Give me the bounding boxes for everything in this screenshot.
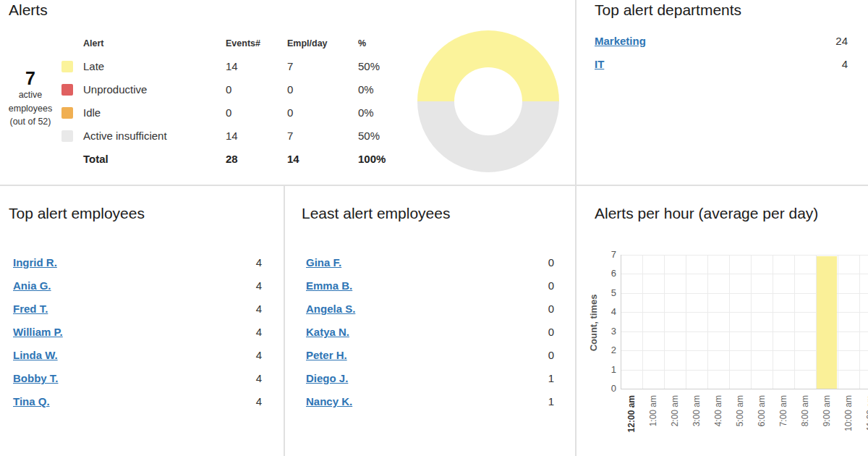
events-value: 0 <box>226 106 231 119</box>
unproductive-color-swatch <box>61 84 73 96</box>
alert-type-label: Unproductive <box>83 83 147 96</box>
column-header-events: Events# <box>226 38 260 48</box>
v-gridline <box>729 255 730 389</box>
employee-link[interactable]: Nancy K. <box>306 395 352 408</box>
least-employees-panel-title: Least alert employees <box>302 205 450 222</box>
y-axis-label: Count, times <box>588 295 599 352</box>
table-row-idle: Idle 0 0 0% <box>0 106 405 121</box>
employee-value: 4 <box>203 372 262 384</box>
empl-day-value: 7 <box>287 130 293 142</box>
employee-link[interactable]: Bobby T. <box>13 372 59 384</box>
x-tick-label: 2:00 am <box>669 395 681 426</box>
employee-link[interactable]: Peter H. <box>306 349 347 361</box>
department-value: 24 <box>781 35 848 47</box>
hour-chart-panel-title: Alerts per hour (average per day) <box>595 205 818 222</box>
employee-value: 1 <box>492 395 554 408</box>
y-tick-label: 1 <box>592 364 616 376</box>
employee-value: 0 <box>492 326 554 338</box>
empl-day-value: 7 <box>287 60 293 72</box>
x-tick-label: 4:00 am <box>712 395 724 426</box>
empl-day-value: 0 <box>287 83 293 96</box>
departments-panel-title: Top alert departments <box>595 1 741 19</box>
table-row-late: Late 14 7 50% <box>0 60 405 75</box>
x-axis-line <box>621 389 868 389</box>
total-label: Total <box>83 153 109 165</box>
x-tick-label: 12:00 am <box>626 395 637 432</box>
v-gridline <box>642 255 643 389</box>
bar-900am <box>817 256 837 389</box>
x-tick-label: 10:00 am <box>843 395 854 431</box>
v-gridline <box>664 255 665 389</box>
employee-value: 4 <box>203 279 262 292</box>
x-tick-label: 5:00 am <box>734 395 746 426</box>
percent-value: 50% <box>358 60 380 72</box>
total-events-value: 28 <box>226 153 238 165</box>
percent-value: 0% <box>358 106 374 119</box>
v-gridline <box>794 255 795 389</box>
employee-value: 4 <box>203 326 262 338</box>
employee-link[interactable]: Diego J. <box>306 372 348 384</box>
x-tick-label: 6:00 am <box>756 395 767 426</box>
employee-value: 0 <box>492 279 554 292</box>
department-value: 4 <box>781 58 848 70</box>
employee-value: 4 <box>203 395 262 408</box>
v-gridline <box>686 255 686 389</box>
employee-value: 4 <box>203 303 262 315</box>
employee-value: 4 <box>203 349 262 361</box>
h-gridline <box>621 255 868 256</box>
employee-value: 1 <box>492 372 554 384</box>
vertical-divider-right <box>575 0 576 456</box>
y-tick-label: 2 <box>592 345 616 356</box>
y-tick-label: 3 <box>592 326 616 337</box>
department-link-it[interactable]: IT <box>595 58 604 70</box>
x-tick-label: 9:00 am <box>821 395 833 426</box>
late-color-swatch <box>61 61 73 72</box>
employee-link[interactable]: Katya N. <box>306 326 349 338</box>
v-gridline <box>751 255 752 389</box>
alert-type-label: Idle <box>83 106 101 119</box>
percent-value: 50% <box>358 130 380 142</box>
alert-type-label: Late <box>83 60 104 72</box>
events-value: 0 <box>226 83 231 96</box>
employee-link[interactable]: Fred T. <box>13 303 48 315</box>
y-axis-line <box>621 255 621 389</box>
total-percent-value: 100% <box>358 153 386 165</box>
department-link-marketing[interactable]: Marketing <box>595 35 646 47</box>
x-tick-label: 8:00 am <box>799 395 811 426</box>
donut-hole <box>454 67 522 135</box>
active-insufficient-color-swatch <box>61 130 73 142</box>
column-header-alert: Alert <box>83 38 103 48</box>
horizontal-divider <box>0 185 868 186</box>
vertical-divider-bottom-left <box>284 186 285 456</box>
employee-value: 0 <box>492 349 554 361</box>
v-gridline <box>707 255 708 389</box>
employee-link[interactable]: Ingrid R. <box>13 256 57 269</box>
idle-color-swatch <box>61 107 73 119</box>
table-row-unproductive: Unproductive 0 0 0% <box>0 83 405 98</box>
top-employees-panel-title: Top alert employees <box>9 205 145 222</box>
employee-link[interactable]: Tina Q. <box>13 395 50 408</box>
employee-link[interactable]: Gina F. <box>306 256 341 269</box>
y-tick-label: 5 <box>592 287 616 299</box>
table-row-total: Total 28 14 100% <box>0 153 405 167</box>
employee-value: 4 <box>203 256 262 269</box>
employee-link[interactable]: Linda W. <box>13 349 58 361</box>
empl-day-value: 0 <box>287 106 293 119</box>
y-tick-label: 6 <box>592 268 616 279</box>
events-value: 14 <box>226 130 238 142</box>
alerts-panel-title: Alerts <box>9 1 48 19</box>
v-gridline <box>773 255 773 389</box>
x-tick-label: 7:00 am <box>778 395 789 426</box>
employee-link[interactable]: William P. <box>13 326 63 338</box>
alerts-donut-chart <box>417 30 559 172</box>
y-tick-label: 0 <box>592 383 616 394</box>
events-value: 14 <box>226 60 238 72</box>
employee-link[interactable]: Ania G. <box>13 279 51 292</box>
x-tick-label: 1:00 am <box>647 395 659 426</box>
column-header-percent: % <box>358 38 366 48</box>
employee-link[interactable]: Emma B. <box>306 279 352 292</box>
employee-value: 0 <box>492 256 554 269</box>
x-tick-label: 3:00 am <box>691 395 702 426</box>
y-tick-label: 7 <box>592 249 616 261</box>
employee-link[interactable]: Angela S. <box>306 303 355 315</box>
